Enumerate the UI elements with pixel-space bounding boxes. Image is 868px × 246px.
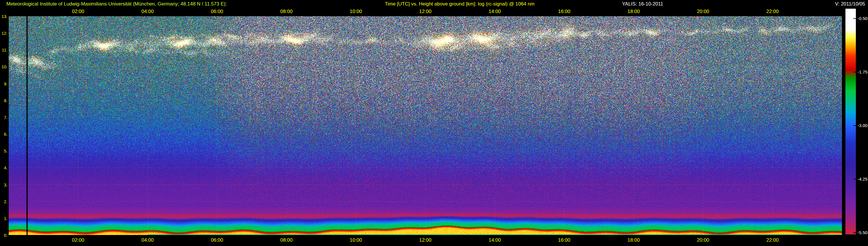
x-tick-label: 10:00 [350,237,362,243]
x-tick-label: 02:00 [72,9,85,14]
x-tick-label: 14:00 [489,237,501,243]
y-tick-label: 9. [0,81,7,86]
x-tick-label: 14:00 [489,9,501,14]
x-tick-label: 10:00 [350,9,362,14]
y-tick-label: 5. [0,149,7,153]
y-tick-label: 12. [0,31,7,36]
plot-title: Time [UTC] vs. Height above ground [km]:… [385,1,534,7]
x-tick-label: 08:00 [280,237,293,243]
colorbar-tick-label: -4.25 [858,177,867,181]
x-tick-label: 22:00 [767,9,779,14]
y-axis: 13.12.11.10.9.8.7.6.5.4.3.2.1.0. [0,0,7,246]
colorbar-tick-label: -0.50 [858,16,867,21]
x-tick-label: 06:00 [211,9,223,14]
heatmap-canvas [9,16,842,235]
x-tick-label: 18:00 [627,9,640,14]
y-tick-label: 10. [0,64,7,69]
instrument-date-label: YALIS: 16-10-2011 [622,1,663,7]
x-tick-label: 12:00 [419,9,432,14]
x-tick-label: 12:00 [419,237,432,243]
x-tick-label: 22:00 [767,237,779,243]
x-tick-label: 02:00 [72,237,85,243]
x-tick-label: 20:00 [697,9,709,14]
institute-label: Meteorological Institute of Ludwig-Maxim… [6,1,227,7]
y-tick-label: 2. [0,199,7,204]
x-tick-label: 18:00 [627,237,640,243]
x-tick-label: 08:00 [280,9,293,14]
y-tick-label: 7. [0,115,7,120]
y-tick-label: 0. [0,233,7,238]
x-tick-label: 20:00 [697,237,709,243]
x-tick-label: 04:00 [142,9,154,14]
y-tick-label: 11. [0,48,7,52]
y-tick-label: 6. [0,132,7,136]
y-tick-label: 1. [0,216,7,220]
header-bar: Meteorological Institute of Ludwig-Maxim… [0,0,868,8]
version-label: V: 2011/10/05 [835,1,865,7]
x-tick-label: 06:00 [211,237,223,243]
x-tick-label: 16:00 [558,9,570,14]
x-tick-label: 16:00 [558,237,570,243]
y-tick-label: 8. [0,98,7,103]
colorbar-tick-label: -3.00 [858,123,867,128]
lidar-quicklook-page: Meteorological Institute of Ludwig-Maxim… [0,0,868,246]
y-tick-label: 13. [0,14,7,19]
y-tick-label: 4. [0,165,7,170]
x-axis-bottom: 02:0004:0006:0008:0010:0012:0014:0016:00… [0,237,868,245]
colorbar-gradient [845,9,856,235]
colorbar-tick-label: -1.75 [858,69,867,74]
y-tick-label: 3. [0,182,7,187]
colorbar-tick-label: -5.50 [858,230,867,235]
x-axis-top: 02:0004:0006:0008:0010:0012:0014:0016:00… [0,9,868,16]
x-tick-label: 04:00 [142,237,154,243]
